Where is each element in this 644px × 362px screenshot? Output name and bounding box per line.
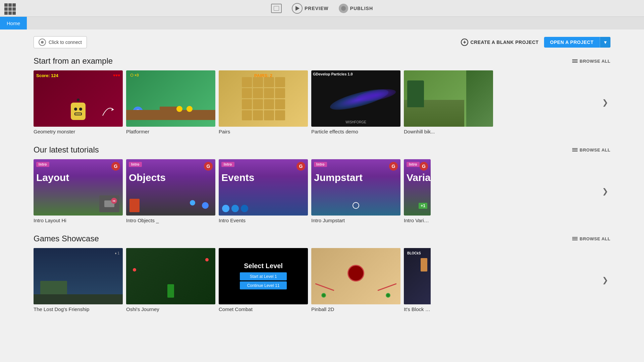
tutorials-browse-all-button[interactable]: BROWSE ALL xyxy=(572,147,610,153)
showcase-header: Games Showcase BROWSE ALL xyxy=(34,234,610,243)
tutorials-header: Our latest tutorials BROWSE ALL xyxy=(34,145,610,155)
card-thumbnail: Score: 124 ♥♥♥ xyxy=(34,70,123,127)
thumb-content: PAIRS: 2 xyxy=(219,70,308,127)
tut-card-layout: Intro G Jumpstart xyxy=(311,159,400,216)
tutorials-cards-container: Intro G Layout Hi Intro Layout Hi xyxy=(34,159,600,223)
open-project-button[interactable]: OPEN A PROJECT ▾ xyxy=(544,37,610,48)
card-label: Platformer xyxy=(126,129,215,134)
home-nav-item[interactable]: Home xyxy=(0,17,27,29)
menu-icon[interactable] xyxy=(3,2,15,14)
examples-cards-row: Score: 124 ♥♥♥ xyxy=(34,70,610,134)
select-btn-2: Continue Level 11 xyxy=(240,282,287,290)
card-thumbnail: Intro G Variab... +1 xyxy=(404,159,431,216)
thumb-content: Score: 124 ♥♥♥ xyxy=(34,70,123,127)
card-thumbnail: Intro G Jumpstart xyxy=(311,159,400,216)
showcase-title: Games Showcase xyxy=(34,234,99,243)
create-blank-label: CREATE A BLANK PROJECT xyxy=(470,40,538,45)
create-blank-button[interactable]: + CREATE A BLANK PROJECT xyxy=(461,39,538,46)
list-item[interactable]: GDevelop Particles 1.0 WISHFORGE Particl… xyxy=(311,70,400,134)
showcase-cards-row: ♦ 1 The Lost Dog's Frienship xyxy=(34,248,610,312)
examples-section: Start from an example BROWSE ALL Score: … xyxy=(34,56,610,134)
chip-button[interactable] xyxy=(271,4,282,13)
card-thumbnail: ⬡ ×3 xyxy=(126,70,215,127)
thumb-content: Select Level Start at Level 1 Continue L… xyxy=(219,248,308,304)
list-item[interactable]: PAIRS: 2 Pairs xyxy=(219,70,308,134)
home-nav-label: Home xyxy=(7,20,20,26)
card-label: Intro Variab... xyxy=(404,218,431,223)
toolbar: PREVIEW PUBLISH xyxy=(271,3,373,14)
tutorials-next-button[interactable]: ❯ xyxy=(600,186,610,197)
list-item[interactable]: BLOCkS It's Block Ma... xyxy=(404,248,431,312)
open-project-dropdown-arrow[interactable]: ▾ xyxy=(600,37,611,48)
card-label: Comet Combat xyxy=(219,306,308,312)
list-item[interactable]: Intro G Layout Hi Intro Layout Hi xyxy=(34,159,123,223)
pairs-header: PAIRS: 2 xyxy=(254,73,272,78)
list-item[interactable]: Intro G Events Intro Events xyxy=(219,159,308,223)
preview-button[interactable]: PREVIEW xyxy=(292,3,329,14)
thumb-content: ⬡ ×3 xyxy=(126,70,215,127)
list-item[interactable]: Pinball 2D xyxy=(311,248,400,312)
publish-label: PUBLISH xyxy=(350,6,373,11)
examples-next-button[interactable]: ❯ xyxy=(600,97,610,108)
showcase-next-button[interactable]: ❯ xyxy=(600,275,610,286)
list-item[interactable]: ⬡ ×3 Platformer xyxy=(126,70,215,134)
list-item[interactable]: Downhill bik... xyxy=(404,70,493,134)
card-thumbnail xyxy=(126,248,215,304)
list-item[interactable]: Intro G Variab... +1 Intro Variab... xyxy=(404,159,431,223)
card-thumbnail xyxy=(311,248,400,304)
card-label: Particle effects demo xyxy=(311,129,400,134)
open-project-label: OPEN A PROJECT xyxy=(544,37,600,48)
card-label: Downhill bik... xyxy=(404,129,493,134)
showcase-browse-all-button[interactable]: BROWSE ALL xyxy=(572,236,610,241)
card-label: Intro Layout Hi xyxy=(34,218,123,223)
main-content: Click to connect + CREATE A BLANK PROJEC… xyxy=(0,29,644,362)
top-bar: PREVIEW PUBLISH xyxy=(0,0,644,17)
thumb-content xyxy=(311,248,400,304)
list-item[interactable]: ♦ 1 The Lost Dog's Frienship xyxy=(34,248,123,312)
examples-browse-all-button[interactable]: BROWSE ALL xyxy=(572,59,610,64)
card-label: Intro Objects _ xyxy=(126,218,215,223)
connect-label: Click to connect xyxy=(49,40,82,45)
nav-bar: Home xyxy=(0,17,644,29)
geo-score: Score: 124 xyxy=(36,73,58,78)
play-icon xyxy=(292,3,303,14)
card-label: Pinball 2D xyxy=(311,306,400,312)
list-item[interactable]: Oshi's Journey xyxy=(126,248,215,312)
tut-card-layout: Intro G Variab... +1 xyxy=(404,159,431,216)
card-thumbnail: BLOCkS xyxy=(404,248,431,304)
thumb-content xyxy=(404,70,493,127)
tutorials-title: Our latest tutorials xyxy=(34,145,99,155)
card-thumbnail: PAIRS: 2 xyxy=(219,70,308,127)
connect-button[interactable]: Click to connect xyxy=(34,36,87,48)
select-title: Select Level xyxy=(240,262,287,270)
card-label: Oshi's Journey xyxy=(126,306,215,312)
thumb-content xyxy=(126,248,215,304)
tut-card-layout: Intro G Events xyxy=(219,159,308,216)
thumb-content: ♦ 1 xyxy=(34,248,123,304)
select-btn-1: Start at Level 1 xyxy=(240,273,287,281)
list-item[interactable]: Select Level Start at Level 1 Continue L… xyxy=(219,248,308,312)
card-thumbnail: Intro G Events xyxy=(219,159,308,216)
card-thumbnail: Intro G Objects xyxy=(126,159,215,216)
pairs-grid xyxy=(242,77,285,120)
card-label: Intro Jumpstart xyxy=(311,218,400,223)
connect-icon xyxy=(39,39,46,46)
preview-label: PREVIEW xyxy=(305,6,329,11)
card-thumbnail xyxy=(404,70,493,127)
list-item[interactable]: Score: 124 ♥♥♥ xyxy=(34,70,123,134)
list-item[interactable]: Intro G Jumpstart Intro Jumpstart xyxy=(311,159,400,223)
tutorials-section: Our latest tutorials BROWSE ALL Intro G xyxy=(34,145,610,223)
chip-icon xyxy=(271,4,282,13)
showcase-select: Select Level Start at Level 1 Continue L… xyxy=(240,262,287,291)
tutorials-cards-row: Intro G Layout Hi Intro Layout Hi xyxy=(34,159,610,223)
tut-card-layout: Intro G Objects xyxy=(126,159,215,216)
card-thumbnail: ♦ 1 xyxy=(34,248,123,304)
plus-icon: + xyxy=(461,39,468,46)
top-bar-left xyxy=(3,2,15,14)
card-thumbnail: Select Level Start at Level 1 Continue L… xyxy=(219,248,308,304)
tut-card-layout: Intro G Layout Hi xyxy=(34,159,123,216)
list-item[interactable]: Intro G Objects Intro Objects _ xyxy=(126,159,215,223)
publish-button[interactable]: PUBLISH xyxy=(339,4,373,13)
publish-icon xyxy=(339,4,348,13)
action-right: + CREATE A BLANK PROJECT OPEN A PROJECT … xyxy=(461,37,610,48)
